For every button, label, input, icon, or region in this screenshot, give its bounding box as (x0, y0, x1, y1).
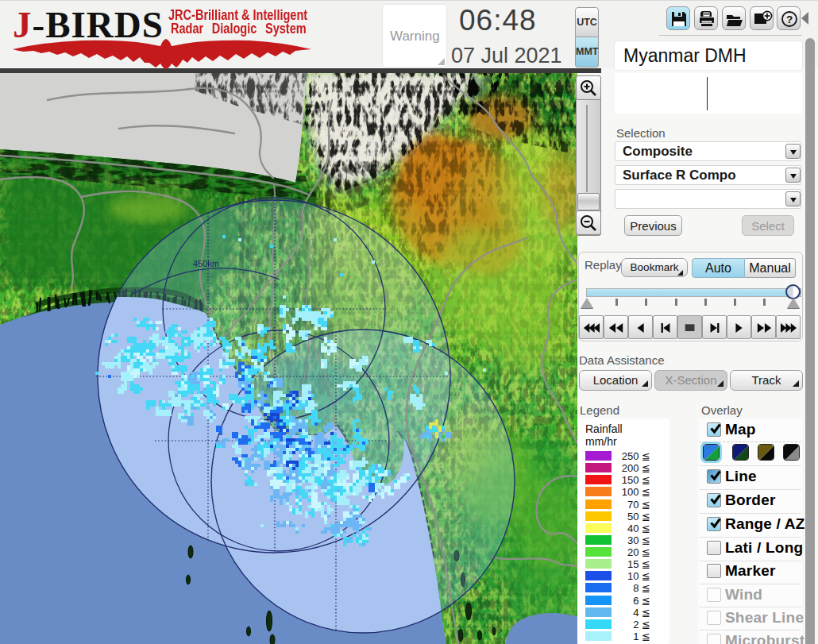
svg-text:?: ? (786, 13, 793, 25)
svg-text:450km: 450km (193, 259, 219, 268)
